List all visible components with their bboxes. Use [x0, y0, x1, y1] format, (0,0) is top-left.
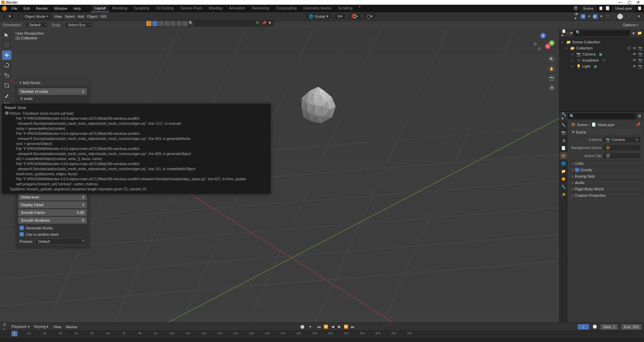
options-icon[interactable]: ⚙ — [637, 114, 642, 119]
timeline-keying[interactable]: Keying ▾ — [34, 325, 49, 329]
hide-icon[interactable]: 👁 — [633, 58, 637, 62]
bg-field-value[interactable]: 🔆 — [603, 145, 641, 151]
custom-properties-section[interactable]: ▸Custom Properties — [570, 192, 642, 198]
disable-icon[interactable]: 📷 — [638, 64, 642, 68]
camera-field-value[interactable]: 📷 Camera ✕ — [603, 137, 641, 143]
tool-rotate[interactable] — [2, 61, 11, 70]
tab-compositing[interactable]: Compositing — [273, 5, 300, 12]
tab-output[interactable]: 🖨 — [560, 137, 567, 144]
visibility-icon[interactable]: 👁▾ — [575, 14, 579, 19]
tab-texture-paint[interactable]: Texture Paint — [177, 5, 205, 12]
camera-view-button[interactable]: 📷 — [548, 74, 556, 82]
orientation-preset[interactable]: Default — [26, 22, 48, 28]
minimize-button[interactable]: — — [618, 0, 622, 5]
hide-icon[interactable]: 👁 — [633, 52, 637, 56]
drag-mode[interactable]: Select Box — [65, 22, 93, 28]
menu-render[interactable]: Render — [33, 6, 51, 11]
timeline-scrollbar[interactable] — [0, 338, 644, 342]
pin-icon[interactable]: 📌 — [262, 21, 267, 26]
units-section[interactable]: ▸Units — [570, 160, 642, 166]
play-reverse-button[interactable]: ◀ — [330, 324, 336, 330]
hide-icon[interactable]: 👁 — [633, 64, 637, 68]
new-viewlayer-icon[interactable]: 📋 — [637, 6, 642, 11]
header-select[interactable]: Select — [65, 14, 75, 18]
header-object[interactable]: Object — [87, 14, 98, 18]
shading-dropdown[interactable]: ▾ — [637, 14, 641, 19]
tab-viewlayer[interactable]: 📑 — [560, 144, 567, 152]
outliner-collection[interactable]: ▾ 📂 Collection ☑ 👁 📷 — [560, 45, 644, 51]
filter-icon[interactable]: ▼ — [631, 31, 636, 36]
tool-select-box[interactable] — [2, 30, 11, 40]
expand-icon[interactable]: ▾ — [562, 41, 565, 44]
snap-dropdown[interactable]: 🧲▾ — [348, 13, 361, 20]
tool-transform[interactable] — [2, 81, 11, 90]
select-all-icon[interactable] — [152, 21, 158, 26]
timeline-playback[interactable]: Playback ▾ — [11, 325, 30, 329]
clip-field-value[interactable]: 🎬 — [603, 153, 641, 159]
tool-icon-3[interactable] — [170, 21, 176, 26]
transform-orientation[interactable]: 🌐 Global ▾ — [306, 13, 332, 20]
breadcrumb-scene[interactable]: Scene — [577, 123, 587, 127]
tab-scene[interactable]: 🔆 — [560, 152, 567, 159]
auto-key-dropdown[interactable]: ▾ — [308, 325, 313, 329]
blender-logo-icon[interactable] — [2, 6, 7, 11]
auto-key-icon[interactable]: ⬤ — [300, 325, 305, 329]
gizmo-toggle[interactable]: ⊕ — [581, 14, 585, 19]
presets-dropdown[interactable]: Default — [35, 238, 86, 244]
scene-selector[interactable]: Scene — [580, 5, 597, 11]
breadcrumb-viewlayer[interactable]: ViewLayer — [598, 123, 615, 127]
tab-shading[interactable]: Shading — [205, 5, 226, 12]
mode-dropdown[interactable]: ⬚ Object Mode ▾ — [17, 13, 51, 20]
pan-button[interactable]: ✋ — [548, 65, 556, 73]
jump-start-button[interactable]: ⏮ — [316, 324, 322, 330]
outliner-scene-collection[interactable]: ▾ 📁 Scene Collection — [560, 39, 644, 45]
outliner-search[interactable]: 🔍 — [574, 30, 630, 36]
expand-icon[interactable]: ▸ — [572, 65, 575, 68]
overlay-toggle[interactable]: ◐ — [593, 14, 598, 19]
shading-rendered[interactable] — [629, 13, 635, 20]
proportional-dropdown[interactable]: ◯▾ — [364, 13, 376, 20]
operator-panel-header[interactable]: ▾ Add Rocks — [16, 79, 89, 86]
new-scene-icon[interactable]: 📋 — [599, 6, 603, 11]
shading-solid[interactable] — [617, 13, 623, 20]
gizmo-dropdown[interactable]: ▾ — [587, 14, 591, 19]
hide-icon[interactable]: 👁 — [633, 46, 637, 50]
header-view[interactable]: View — [54, 14, 62, 18]
keyframe-prev-button[interactable]: ⏪ — [323, 324, 329, 330]
viewlayer-icon[interactable]: 📑 — [605, 6, 610, 11]
outliner-display-icon[interactable]: ⬚▾ — [568, 31, 572, 36]
tab-animation[interactable]: Animation — [226, 5, 249, 12]
icosphere-object[interactable] — [295, 84, 342, 128]
random-seed-checkbox[interactable]: ✓ Use a random seed — [18, 231, 87, 237]
maximize-button[interactable]: ▢ — [628, 0, 631, 5]
tab-layout[interactable]: Layout — [91, 5, 109, 12]
editor-type-dropdown[interactable]: ⬚▾ — [3, 13, 14, 20]
properties-search[interactable]: 🔍 — [568, 113, 636, 119]
smooth-iter-field[interactable]: Smooth Iterations 0 — [18, 217, 87, 224]
detail-field[interactable]: Detail level 3 — [18, 194, 87, 200]
navigation-gizmo[interactable]: Z Y X — [533, 33, 553, 53]
menu-help[interactable]: Help — [71, 6, 84, 11]
tab-render[interactable]: 📷 — [560, 129, 567, 136]
smooth-factor-field[interactable]: Smooth Factor 0.00 — [18, 209, 87, 216]
jump-end-button[interactable]: ⏭ — [350, 324, 356, 330]
disable-icon[interactable]: 📷 — [638, 58, 642, 62]
display-detail-field[interactable]: Display Detail 2 — [18, 201, 87, 208]
keying-sets-section[interactable]: ▸Keying Sets — [570, 173, 642, 179]
tool-move[interactable] — [2, 50, 11, 60]
menu-edit[interactable]: Edit — [21, 6, 33, 11]
matcap-icon[interactable] — [146, 21, 151, 26]
expand-icon[interactable]: ▸ — [572, 59, 575, 62]
tab-world[interactable]: 🌐 — [560, 160, 567, 167]
exclude-checkbox[interactable]: ☑ — [627, 46, 631, 50]
timeline-ruler[interactable]: 1 11020304050607080901001101201301401501… — [0, 331, 644, 338]
tool-icon-2[interactable] — [164, 21, 170, 26]
expand-icon[interactable]: ▸ — [572, 53, 575, 56]
scene-section-header[interactable]: ▾ Scene — [570, 129, 642, 135]
current-frame[interactable]: 1 — [578, 324, 589, 330]
outliner-item-camera[interactable]: ▸ 📷 Camera ▣ 👁 📷 — [560, 51, 644, 57]
play-button[interactable]: ▶ — [336, 324, 342, 330]
close-button[interactable]: ✕ — [637, 0, 640, 5]
tool-icon-5[interactable] — [182, 21, 188, 26]
tab-sculpting[interactable]: Sculpting — [131, 5, 152, 12]
